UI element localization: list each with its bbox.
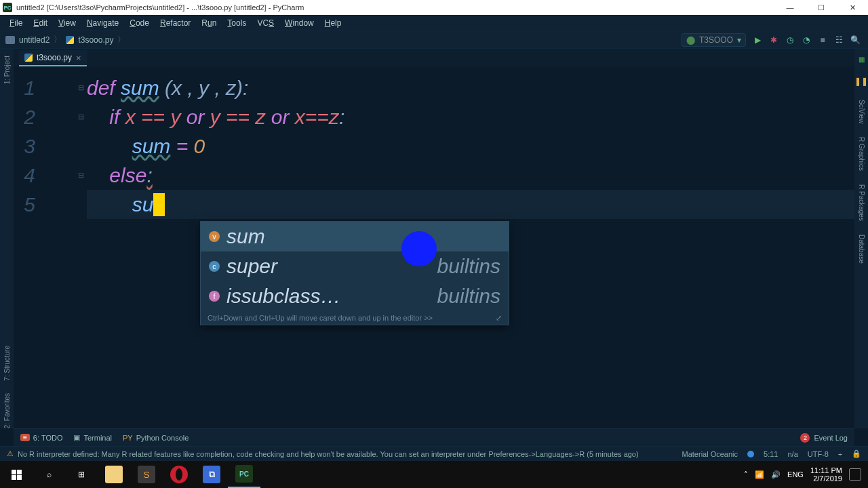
completion-hint: builtins [437, 285, 500, 308]
function-name: sum [121, 77, 159, 100]
tool-sciview[interactable]: SciView [858, 100, 865, 123]
number: 0 [194, 135, 205, 158]
fold-marker[interactable]: ⊟ [75, 102, 87, 131]
line-number: 2 [24, 106, 35, 129]
taskbar-app-sublime[interactable]: S [130, 461, 163, 488]
breadcrumb-project[interactable]: untitled2 [19, 35, 50, 45]
navigation-bar: untitled2 〉 t3sooo.py 〉 ⬤ T3SOOO ▾ ▶ ✱ ◷… [0, 31, 868, 49]
fold-marker[interactable]: ⊟ [75, 73, 87, 102]
tray-time: 11:11 PM [810, 466, 842, 474]
tool-r-packages[interactable]: R Packages [858, 184, 865, 221]
tool-favorites[interactable]: 2: Favorites [3, 393, 11, 428]
coverage-button[interactable]: ◷ [785, 35, 795, 45]
lock-icon[interactable]: 🔒 [852, 449, 861, 458]
tool-terminal[interactable]: ▣Terminal [73, 433, 112, 442]
menu-tools[interactable]: Tools [223, 17, 250, 29]
line-number-gutter: 1 2 3 4 5 [14, 73, 62, 219]
tool-event-log[interactable]: Event Log [814, 434, 848, 442]
task-view-button[interactable]: ⊞ [65, 461, 98, 488]
expand-icon[interactable]: ⤢ [496, 314, 502, 323]
fold-gutter: ⊟ ⊟ ⊟ [75, 73, 87, 219]
code-content[interactable]: def sum (x , y , z): if x == y or y == z… [87, 73, 854, 219]
code-text: su [87, 193, 153, 216]
editor-tab-active[interactable]: t3sooo.py × [19, 50, 87, 66]
theme-color-icon [747, 451, 754, 458]
layout-button[interactable]: ☷ [834, 35, 844, 45]
tray-chevron-icon[interactable]: ˄ [744, 470, 748, 479]
tray-volume-icon[interactable]: 🔊 [771, 470, 781, 479]
start-button[interactable] [0, 461, 33, 488]
completion-item[interactable]: f issubclass… builtins [201, 281, 509, 311]
action-center-icon[interactable] [849, 468, 861, 481]
breadcrumb-separator: 〉 [54, 34, 62, 45]
menu-refactor[interactable]: Refactor [156, 17, 195, 29]
variable-icon: v [209, 231, 220, 242]
code-editor[interactable]: 1 2 3 4 5 ⊟ ⊟ ⊟ def sum (x , y , z): if … [14, 66, 854, 428]
line-number: 4 [24, 164, 35, 187]
menu-file[interactable]: File [5, 17, 26, 29]
class-icon: c [209, 261, 220, 272]
close-button[interactable]: ✕ [837, 0, 868, 15]
close-tab-icon[interactable]: × [76, 53, 81, 63]
completion-hint: builtins [437, 255, 500, 278]
menu-help[interactable]: Help [321, 17, 346, 29]
minimize-button[interactable]: — [774, 0, 806, 15]
run-configuration-selector[interactable]: ⬤ T3SOOO ▾ [682, 33, 746, 47]
tool-structure[interactable]: 7: Structure [3, 346, 11, 381]
code-text: x == y [125, 106, 181, 129]
menu-window[interactable]: Window [281, 17, 318, 29]
menu-bar: File Edit View Navigate Code Refactor Ru… [0, 15, 868, 31]
debug-button[interactable]: ✱ [769, 35, 778, 45]
function-icon: f [209, 291, 220, 302]
tool-database[interactable]: Database [858, 235, 865, 264]
menu-edit[interactable]: Edit [29, 17, 52, 29]
menu-navigate[interactable]: Navigate [83, 17, 123, 29]
profile-button[interactable]: ◔ [802, 35, 811, 45]
window-titlebar: PC untitled2 [C:\Users\t3so\PycharmProje… [0, 0, 868, 15]
cursor-position[interactable]: 5:11 [764, 450, 778, 458]
completion-label: super [226, 255, 277, 278]
code-text: : [339, 106, 344, 129]
tool-todo[interactable]: ≡6: TODO [20, 434, 62, 442]
selection-info: n/a [787, 450, 797, 458]
pycharm-app-icon: PC [3, 3, 12, 12]
maximize-button[interactable]: ☐ [806, 0, 837, 15]
tray-network-icon[interactable]: 📶 [755, 470, 764, 479]
search-button[interactable]: ⌕ [33, 461, 65, 488]
taskbar-app-explorer[interactable] [98, 461, 130, 488]
taskbar-app-remote[interactable]: ⧉ [195, 461, 228, 488]
tool-r-graphics[interactable]: R Graphics [858, 137, 865, 171]
text-cursor [153, 193, 165, 216]
tray-language[interactable]: ENG [787, 470, 804, 479]
completion-hint-text: Ctrl+Down and Ctrl+Up will move caret do… [208, 314, 433, 322]
menu-run[interactable]: Run [197, 17, 220, 29]
taskbar-app-pycharm[interactable]: PC [228, 461, 260, 488]
keyword: or [265, 106, 294, 129]
completion-footer: Ctrl+Down and Ctrl+Up will move caret do… [201, 311, 509, 325]
breadcrumb-file[interactable]: t3sooo.py [78, 35, 113, 45]
tab-filename: t3sooo.py [37, 53, 72, 62]
event-badge-icon: 2 [800, 433, 810, 443]
line-number: 3 [24, 135, 35, 158]
menu-view[interactable]: View [54, 17, 80, 29]
code-text: : [146, 164, 152, 187]
status-message: No R interpreter defined: Many R related… [18, 450, 639, 458]
autocomplete-popup[interactable]: v sum c super builtins f issubclass… bui… [200, 221, 509, 325]
completion-item[interactable]: c super builtins [201, 251, 509, 281]
python-file-icon [24, 54, 33, 62]
tray-clock[interactable]: 11:11 PM 2/7/2019 [810, 466, 842, 483]
menu-vcs[interactable]: VCS [253, 17, 278, 29]
pause-icon[interactable]: ❚❚ [854, 77, 868, 86]
fold-marker[interactable]: ⊟ [75, 161, 87, 190]
search-everywhere-button[interactable]: 🔍 [850, 35, 860, 45]
stop-button[interactable]: ■ [818, 35, 827, 45]
completion-item[interactable]: v sum [201, 222, 509, 251]
encoding[interactable]: UTF-8 [808, 450, 829, 458]
run-button[interactable]: ▶ [753, 35, 762, 45]
inspections-icon[interactable]: ▦ [859, 56, 865, 63]
tool-python-console[interactable]: PYPython Console [123, 434, 189, 442]
tool-project[interactable]: 1: Project [3, 56, 11, 84]
menu-code[interactable]: Code [125, 17, 153, 29]
theme-name[interactable]: Material Oceanic [682, 450, 738, 458]
taskbar-app-opera[interactable] [163, 461, 195, 488]
